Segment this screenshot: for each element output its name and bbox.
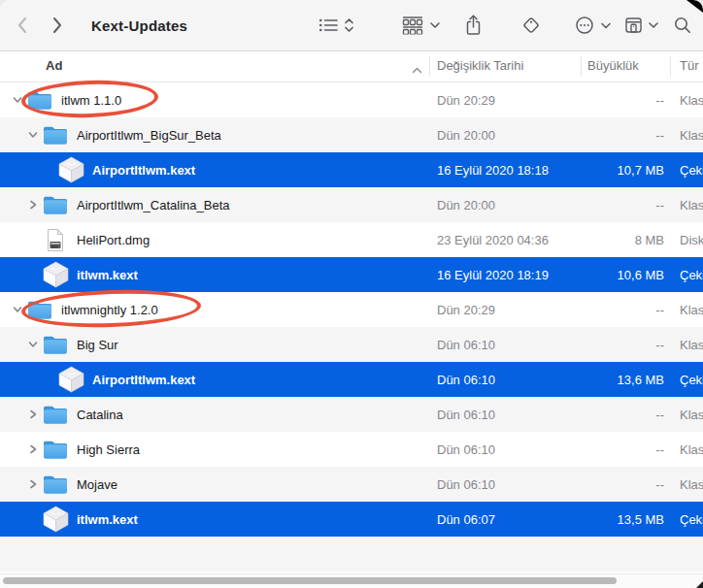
file-name-cell: AirportItlwm.kext: [0, 366, 429, 393]
file-name: AirportItlwm_BigSur_Beta: [77, 128, 221, 143]
tags-button[interactable]: [520, 15, 542, 36]
file-name: Mojave: [77, 477, 117, 492]
file-name: itlwm 1.1.0: [61, 93, 121, 108]
finder-window: Kext-Updates: [0, 0, 703, 588]
file-name: itlwmnightly 1.2.0: [61, 303, 158, 317]
file-size: 8 MB: [581, 233, 670, 247]
file-row[interactable]: MojaveDün 06:10--Klas: [0, 467, 703, 502]
file-row[interactable]: AirportItlwm_Catalina_BetaDün 20:00--Kla…: [0, 187, 703, 222]
file-date: Dün 06:10: [429, 477, 581, 492]
file-row[interactable]: Big SurDün 06:10--Klas: [0, 327, 703, 362]
folder-icon: [25, 90, 54, 111]
file-name-cell: itlwmnightly 1.2.0: [0, 300, 429, 320]
file-kind: Klas: [670, 477, 703, 492]
column-header-name[interactable]: Ad: [46, 58, 62, 73]
chevron-down-icon: [601, 22, 611, 29]
file-row[interactable]: AirportItlwm_BigSur_BetaDün 20:00--Klas: [0, 117, 703, 152]
list-view-icon: [318, 17, 338, 33]
chevron-right-icon[interactable]: [25, 444, 41, 454]
file-name: Catalina: [77, 408, 123, 422]
group-items-icon: [402, 16, 423, 35]
empty-list-stripe: [0, 537, 703, 572]
group-button[interactable]: [402, 16, 440, 35]
file-name-cell: itlwm.kext: [0, 506, 429, 533]
file-date: 16 Eylül 2020 18:19: [429, 268, 581, 282]
chevron-down-icon[interactable]: [25, 130, 41, 140]
file-name: AirportItlwm_Catalina_Beta: [77, 198, 230, 212]
back-button[interactable]: [17, 16, 28, 35]
indent-spacer: [0, 379, 41, 380]
file-kind: Çeki: [670, 373, 703, 387]
share-button[interactable]: [465, 15, 482, 36]
window-title: Kext-Updates: [91, 17, 187, 34]
file-row[interactable]: High SierraDün 06:10--Klas: [0, 432, 703, 467]
search-button[interactable]: [674, 16, 691, 34]
forward-button[interactable]: [51, 16, 63, 35]
file-name-cell: itlwm 1.1.0: [0, 90, 429, 111]
file-size: 13,5 MB: [581, 512, 670, 527]
file-name-cell: AirportItlwm_BigSur_Beta: [0, 125, 429, 146]
file-size: --: [581, 128, 670, 143]
column-header-kind[interactable]: Tür: [680, 58, 699, 73]
chevron-right-icon[interactable]: [25, 479, 41, 489]
folder-icon: [41, 474, 70, 495]
file-name-cell: Catalina: [0, 405, 429, 425]
file-size: --: [581, 408, 670, 422]
file-name-cell: AirportItlwm_Catalina_Beta: [0, 195, 429, 215]
view-options-button[interactable]: [318, 16, 354, 34]
chevron-right-icon[interactable]: [25, 409, 41, 419]
chevron-down-icon: [649, 22, 658, 29]
file-row[interactable]: AirportItlwm.kextDün 06:1013,6 MBÇeki: [0, 362, 703, 397]
chevron-up-down-icon: [344, 16, 354, 34]
file-date: Dün 06:10: [429, 338, 581, 352]
indent-spacer: [0, 310, 10, 310]
column-header-bar: Ad Değişiklik Tarihi Büyüklük Tür: [0, 51, 703, 82]
drive-button[interactable]: [624, 16, 658, 35]
indent-spacer: [0, 414, 25, 415]
file-kind: Klas: [670, 198, 703, 212]
file-name: HeliPort.dmg: [77, 233, 150, 247]
file-row[interactable]: itlwm 1.1.0Dün 20:29--Klas: [0, 82, 703, 117]
file-name: High Sierra: [77, 442, 140, 457]
folder-icon: [41, 335, 70, 355]
file-row[interactable]: itlwm.kext16 Eylül 2020 18:1910,6 MBÇeki: [0, 257, 703, 292]
file-date: Dün 06:07: [429, 512, 581, 527]
file-size: --: [581, 338, 670, 352]
file-name-cell: AirportItlwm.kext: [0, 156, 429, 183]
file-date: Dün 20:29: [429, 303, 581, 317]
column-divider[interactable]: [581, 56, 582, 77]
kext-icon: [56, 156, 85, 183]
file-name-cell: Mojave: [0, 474, 429, 495]
file-row[interactable]: CatalinaDün 06:10--Klas: [0, 397, 703, 432]
more-actions-button[interactable]: [575, 16, 611, 35]
file-row[interactable]: HeliPort.dmg23 Eylül 2020 04:368 MBDisk: [0, 222, 703, 257]
file-date: Dün 06:10: [429, 442, 581, 457]
file-date: Dün 06:10: [429, 373, 581, 387]
file-name: itlwm.kext: [77, 512, 138, 527]
file-date: 23 Eylül 2020 04:36: [429, 233, 581, 247]
column-header-date[interactable]: Değişiklik Tarihi: [437, 58, 523, 73]
kext-icon: [41, 261, 70, 288]
indent-spacer: [0, 205, 25, 206]
file-size: 10,7 MB: [581, 163, 670, 178]
file-name-cell: itlwm.kext: [0, 261, 429, 288]
file-kind: Klas: [670, 93, 703, 108]
chevron-down-icon[interactable]: [10, 305, 25, 314]
file-name: AirportItlwm.kext: [92, 163, 195, 178]
folder-icon: [41, 405, 70, 425]
column-header-size[interactable]: Büyüklük: [587, 58, 639, 73]
file-row[interactable]: itlwm.kextDün 06:0713,5 MBÇeki: [0, 502, 703, 537]
file-name-cell: High Sierra: [0, 440, 429, 460]
column-divider[interactable]: [429, 56, 430, 77]
ellipsis-circle-icon: [575, 16, 594, 35]
chevron-down-icon[interactable]: [10, 95, 25, 105]
file-kind: Klas: [670, 303, 703, 317]
scrollbar-thumb[interactable]: [3, 577, 617, 584]
chevron-down-icon: [430, 22, 440, 29]
chevron-down-icon[interactable]: [25, 340, 41, 349]
file-row[interactable]: AirportItlwm.kext16 Eylül 2020 18:1810,7…: [0, 152, 703, 187]
column-divider[interactable]: [670, 56, 671, 77]
file-row[interactable]: itlwmnightly 1.2.0Dün 20:29--Klas: [0, 292, 703, 327]
horizontal-scrollbar[interactable]: [0, 573, 703, 588]
chevron-right-icon[interactable]: [25, 200, 41, 210]
